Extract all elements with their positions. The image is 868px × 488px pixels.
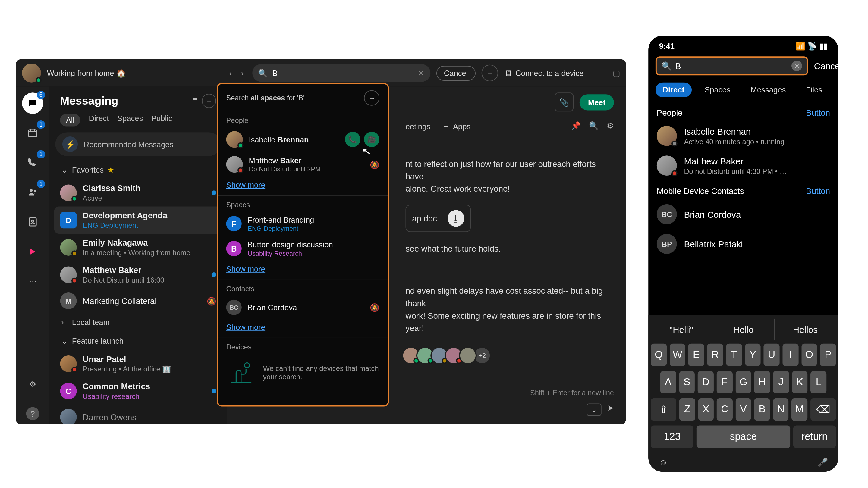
mobile-result[interactable]: BP Bellatrix Pataki [648,229,838,259]
m-section-button[interactable]: Button [806,108,830,118]
kb-sugg-item[interactable]: Hellos [775,319,836,340]
send-icon[interactable]: ➤ [607,404,614,416]
key-j[interactable]: J [773,371,789,393]
key-d[interactable]: D [698,371,714,393]
mtab-spaces[interactable]: Spaces [698,83,738,97]
key-a[interactable]: A [660,371,676,393]
add-button[interactable]: ＋ [482,65,498,82]
search-result-space[interactable]: B Button design discussionUsability Rese… [218,236,388,261]
key-backspace[interactable]: ⌫ [810,398,836,421]
mobile-result[interactable]: BC Brian Cordova [648,199,838,229]
rail-calls[interactable]: 1 [22,152,43,173]
key-n[interactable]: N [773,398,789,421]
list-item[interactable]: Umar PatelPresenting • At the office 🏢 [54,350,222,378]
user-avatar[interactable] [22,64,41,83]
tab-spaces[interactable]: Spaces [117,114,143,126]
list-item[interactable]: C Common MetricsUsability research [54,378,222,405]
mtab-files[interactable]: Files [799,83,830,97]
show-more-link[interactable]: Show more [218,177,388,195]
key-y[interactable]: Y [745,344,761,366]
rail-calendar[interactable]: 1 [22,122,43,144]
pin-icon[interactable]: 📌 [571,121,581,130]
key-h[interactable]: H [754,371,770,393]
mobile-result[interactable]: Isabelle BrennanActive 40 minutes ago • … [648,121,838,151]
key-m[interactable]: M [792,398,807,421]
list-item[interactable]: Emily NakagawaIn a meeting • Working fro… [54,234,222,261]
section-feature[interactable]: ⌄Feature launch [54,332,222,350]
section-local[interactable]: ›Local team [54,313,222,332]
search-result-contact[interactable]: BC Brian Cordova 🔕 [218,295,388,319]
key-e[interactable]: E [688,344,704,366]
list-item[interactable]: Clarissa SmithActive [54,179,222,207]
audio-call-icon[interactable]: 📞 [345,132,361,147]
file-attachment[interactable]: ap.doc ⭳ [406,205,471,232]
key-l[interactable]: L [811,371,827,393]
search-input-container[interactable]: 🔍 ✕ [252,64,430,82]
cancel-button[interactable]: Cancel [436,66,475,80]
mtab-messages[interactable]: Messages [744,83,793,97]
nav-back-icon[interactable]: ‹ [227,66,234,80]
tab-meetings[interactable]: eetings [406,121,431,132]
key-x[interactable]: X [698,398,714,421]
key-z[interactable]: Z [679,398,695,421]
list-item[interactable]: Matthew BakerDo Not Disturb until 16:00 [54,261,222,289]
show-more-link[interactable]: Show more [218,319,388,338]
filter-icon[interactable]: ≡ [193,94,197,108]
search-result-person[interactable]: Matthew BakerDo Not Disturb until 2PM 🔕 [218,152,388,177]
tab-public[interactable]: Public [151,114,173,126]
rail-help[interactable]: ? [22,403,43,424]
mobile-search-input[interactable] [675,61,788,71]
tab-direct[interactable]: Direct [89,114,109,126]
m-section-button[interactable]: Button [806,187,830,196]
search-input[interactable] [272,69,413,78]
nav-forward-icon[interactable]: › [239,66,246,80]
mtab-direct[interactable]: Direct [655,83,692,97]
key-p[interactable]: P [820,344,836,366]
key-i[interactable]: I [782,344,798,366]
key-shift[interactable]: ⇧ [651,398,676,421]
rail-contacts[interactable] [22,211,43,233]
mobile-cancel-button[interactable]: Cancel [814,61,838,71]
compose-button[interactable]: ＋ [202,94,216,108]
key-v[interactable]: V [735,398,751,421]
minimize-icon[interactable]: — [597,69,604,78]
list-item[interactable]: Darren Owens [54,405,222,424]
kb-sugg-item[interactable]: Hello [713,319,775,340]
rail-app[interactable] [22,241,43,262]
go-icon[interactable]: → [364,90,379,105]
key-q[interactable]: Q [651,344,667,366]
rail-more[interactable]: ⋯ [22,270,43,292]
tab-all[interactable]: All [60,114,81,126]
mobile-search-container[interactable]: 🔍 ✕ [655,56,808,75]
key-space[interactable]: space [697,425,790,448]
settings-icon[interactable]: ⚙ [607,121,614,130]
rail-teams[interactable]: 1 [22,182,43,203]
key-b[interactable]: B [754,398,770,421]
search-result-space[interactable]: F Front-end BrandingENG Deployment [218,211,388,236]
clear-icon[interactable]: ✕ [792,61,802,71]
key-f[interactable]: F [717,371,733,393]
key-r[interactable]: R [707,344,723,366]
download-icon[interactable]: ⭳ [447,210,464,227]
rail-messaging[interactable]: 5 [22,93,43,114]
recommended-messages[interactable]: ⚡ Recommended Messages [55,132,221,156]
maximize-icon[interactable]: ▢ [613,69,620,78]
list-item[interactable]: M Marketing Collateral 🔕 [54,288,222,313]
search-in-space-icon[interactable]: 🔍 [589,121,598,130]
key-123[interactable]: 123 [651,425,694,448]
key-o[interactable]: O [801,344,817,366]
mic-icon[interactable]: 🎤 [818,458,828,467]
list-item[interactable]: D Development AgendaENG Deployment [54,207,222,234]
mobile-result[interactable]: Matthew BakerDo not Disturb until 4:30 P… [648,151,838,181]
key-u[interactable]: U [764,344,780,366]
kb-sugg-item[interactable]: "Helli" [651,319,713,340]
key-g[interactable]: G [735,371,751,393]
emoji-icon[interactable]: ☺ [659,458,668,467]
key-w[interactable]: W [670,344,686,366]
rail-settings[interactable]: ⚙ [22,373,43,395]
key-c[interactable]: C [717,398,733,421]
section-favorites[interactable]: ⌄Favorites ★ [54,161,222,179]
key-return[interactable]: return [793,425,836,448]
show-more-link[interactable]: Show more [218,261,388,280]
expand-icon[interactable]: ⌄ [587,404,601,416]
